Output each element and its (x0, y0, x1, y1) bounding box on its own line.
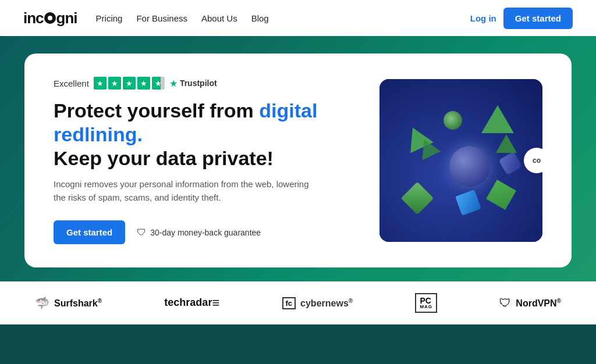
nav-links: Pricing For Business About Us Blog (96, 13, 269, 23)
hero-description: Incogni removes your personal informatio… (54, 178, 321, 204)
star-1: ★ (94, 77, 107, 90)
nav-link-about-us[interactable]: About Us (201, 13, 237, 23)
hero-image: co (379, 79, 542, 242)
brand-pc: PC MAG (415, 293, 437, 313)
trustpilot-row: Excellent ★ ★ ★ ★ ★ ★ Trustpilot (54, 77, 362, 90)
star-4: ★ (137, 77, 150, 90)
money-back-guarantee: 🛡 30-day money-back guarantee (137, 227, 261, 238)
surfshark-label: Surfshark® (54, 298, 102, 309)
brand-techradar: techradar≡ (164, 295, 219, 311)
hero-headline: Protect yourself from digital redlining.… (54, 99, 362, 170)
stars: ★ ★ ★ ★ ★ (94, 77, 165, 90)
logo[interactable]: inc gni (23, 9, 77, 27)
nav-link-blog[interactable]: Blog (251, 13, 269, 23)
shape-container (394, 94, 528, 227)
cybernews-icon: fc (282, 297, 296, 309)
navbar: inc gni Pricing For Business About Us Bl… (0, 0, 596, 36)
trustpilot-label: Excellent (54, 78, 89, 88)
logo-text: inc (23, 9, 44, 27)
trustpilot-logo: ★ Trustpilot (169, 78, 217, 89)
star-3: ★ (123, 77, 136, 90)
shape-box2 (455, 190, 481, 216)
shape-box1 (401, 182, 434, 215)
shape-small-box (499, 152, 523, 176)
nav-right: Log in Get started (470, 8, 573, 29)
get-started-hero-button[interactable]: Get started (54, 220, 125, 244)
trustpilot-icon: ★ (169, 78, 178, 89)
shape-triangle2 (496, 134, 517, 153)
hero-content: Excellent ★ ★ ★ ★ ★ ★ Trustpilot Protect… (54, 77, 362, 244)
login-button[interactable]: Log in (470, 13, 496, 23)
pc-mag-label: MAG (420, 305, 432, 309)
pc-label: PC (420, 297, 432, 305)
headline-part2: Keep your data private! (54, 147, 274, 169)
shape-arrow2 (422, 140, 441, 162)
brands-bar: 🦈 Surfshark® techradar≡ fc cybernews® PC… (0, 281, 596, 324)
hero-section: Excellent ★ ★ ★ ★ ★ ★ Trustpilot Protect… (0, 36, 596, 281)
get-started-nav-button[interactable]: Get started (503, 8, 573, 29)
cybernews-label: cybernews® (300, 298, 353, 309)
money-back-label: 30-day money-back guarantee (150, 228, 261, 237)
shape-box3 (486, 180, 516, 210)
shape-small-sphere (444, 111, 462, 130)
shield-icon: 🛡 (137, 227, 146, 238)
shape-sphere (449, 146, 490, 187)
nordvpn-icon: 🛡 (499, 297, 511, 310)
nav-left: inc gni Pricing For Business About Us Bl… (23, 9, 269, 27)
hero-actions: Get started 🛡 30-day money-back guarante… (54, 220, 362, 244)
pc-icon: PC MAG (415, 293, 437, 313)
nav-link-pricing[interactable]: Pricing (96, 13, 123, 23)
hero-card: Excellent ★ ★ ★ ★ ★ ★ Trustpilot Protect… (24, 53, 572, 267)
techradar-label: techradar≡ (164, 295, 219, 311)
brand-surfshark: 🦈 Surfshark® (35, 296, 102, 310)
trustpilot-name: Trustpilot (180, 78, 217, 88)
brand-nordvpn: 🛡 NordVPN® (499, 297, 561, 310)
star-5-half: ★ (152, 77, 165, 90)
surfshark-icon: 🦈 (35, 296, 49, 310)
logo-rest: gni (56, 9, 77, 27)
star-2: ★ (108, 77, 121, 90)
nordvpn-label: NordVPN® (516, 298, 561, 309)
headline-part1: Protect yourself from (54, 99, 259, 122)
nav-link-for-business[interactable]: For Business (136, 13, 187, 23)
brand-cybernews: fc cybernews® (282, 297, 353, 309)
shape-triangle1 (481, 105, 514, 133)
